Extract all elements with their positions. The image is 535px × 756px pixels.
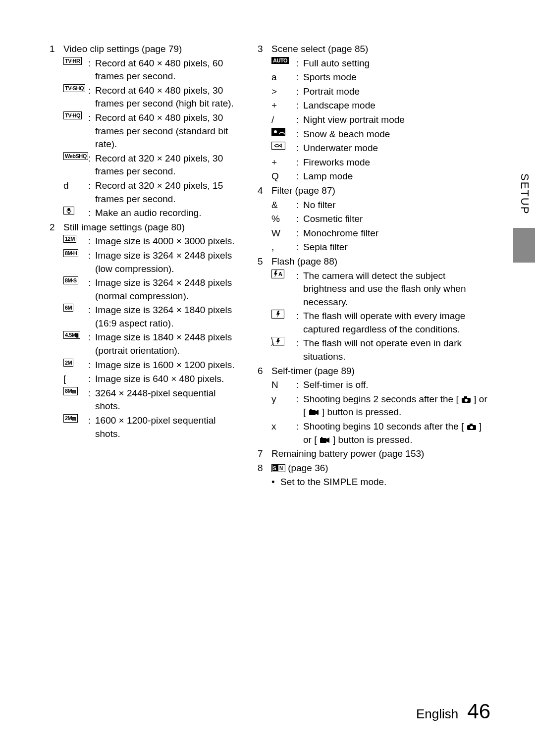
setting-item: 6M : Image size is 3264 × 1840 pixels (1… xyxy=(63,304,243,330)
side-tab-label: SETUP xyxy=(517,173,532,215)
section-heading: 4 Filter (page 87) xyxy=(258,184,490,198)
colon: : xyxy=(88,57,95,70)
setting-item: & : No filter xyxy=(271,199,490,212)
colon: : xyxy=(88,249,95,263)
setting-symbol: / xyxy=(271,113,296,127)
setting-description: Image size is 4000 × 3000 pixels. xyxy=(95,235,243,248)
setting-item: : Make an audio recording. xyxy=(63,207,243,220)
setting-symbol: > xyxy=(271,85,296,99)
side-tab: SETUP xyxy=(513,168,535,268)
setting-symbol: 8M▤ xyxy=(63,387,88,395)
svg-text:S: S xyxy=(273,466,276,471)
bullet-text: Set to the SIMPLE mode. xyxy=(280,476,386,489)
section-title: Video clip settings (page 79) xyxy=(63,43,243,56)
section-number: 3 xyxy=(258,43,271,56)
svg-point-10 xyxy=(465,399,468,402)
colon: : xyxy=(296,170,303,183)
setting-symbol: 2M▤ xyxy=(63,414,88,423)
setting-description: Shooting begins 2 seconds after the [ ] … xyxy=(303,393,490,419)
section-title: Still image settings (page 80) xyxy=(63,221,243,234)
setting-item: : The flash will not operate even in dar… xyxy=(271,337,490,363)
setting-item: TV·HR : Record at 640 × 480 pixels, 60 f… xyxy=(63,57,243,83)
section-number: 7 xyxy=(258,447,271,461)
setting-symbol xyxy=(271,337,296,346)
colon: : xyxy=(296,337,303,350)
setting-symbol: 6M xyxy=(63,304,88,312)
setting-description: Record at 640 × 480 pixels, 30 frames pe… xyxy=(95,111,243,151)
colon: : xyxy=(296,393,303,406)
colon: : xyxy=(296,156,303,169)
colon: : xyxy=(296,213,303,226)
section-number: 5 xyxy=(258,255,271,269)
section-number: 1 xyxy=(50,43,63,56)
setting-symbol: N xyxy=(271,378,296,392)
section-items: N : Self-timer is off. y : Shooting begi… xyxy=(258,378,490,446)
setting-item: W : Monochrome filter xyxy=(271,227,490,240)
section-title: Filter (page 87) xyxy=(271,184,490,198)
setting-item: x : Shooting begins 10 seconds after the… xyxy=(271,420,490,446)
colon: : xyxy=(88,331,95,344)
bullet-icon: • xyxy=(271,476,280,489)
setting-description: Landscape mode xyxy=(303,99,490,112)
setting-symbol: d xyxy=(63,179,88,193)
setting-item: 2M : Image size is 1600 × 1200 pixels. xyxy=(63,359,243,372)
svg-point-3 xyxy=(274,130,277,133)
colon: : xyxy=(296,270,303,283)
colon: : xyxy=(296,310,303,323)
setting-symbol: TV·HQ xyxy=(63,111,88,119)
section-items: 12M : Image size is 4000 × 3000 pixels. … xyxy=(50,235,243,440)
setting-description: Image size is 1840 × 2448 pixels (portra… xyxy=(95,331,243,357)
section-number: 4 xyxy=(258,184,271,198)
setting-description: Fireworks mode xyxy=(303,156,490,169)
colon: : xyxy=(88,179,95,193)
setting-description: Underwater mode xyxy=(303,142,490,155)
setting-description: Cosmetic filter xyxy=(303,213,490,226)
setting-description: Image size is 3264 × 2448 pixels (normal… xyxy=(95,276,243,303)
setting-item: 2M▤ : 1600 × 1200-pixel sequential shots… xyxy=(63,414,243,440)
svg-rect-11 xyxy=(309,410,316,415)
setting-symbol: AUTO xyxy=(271,57,296,64)
setting-item: / : Night view portrait mode xyxy=(271,113,490,127)
svg-text:A: A xyxy=(278,271,282,277)
setting-item: WebSHQ : Record at 320 × 240 pixels, 30 … xyxy=(63,152,243,178)
setting-description: Shooting begins 10 seconds after the [ ]… xyxy=(303,420,490,446)
setting-description: Image size is 3264 × 1840 pixels (16:9 a… xyxy=(95,304,243,330)
setting-symbol: A xyxy=(271,270,296,278)
colon: : xyxy=(296,420,303,433)
colon: : xyxy=(296,71,303,84)
setting-item: N : Self-timer is off. xyxy=(271,378,490,392)
colon: : xyxy=(88,84,95,98)
setting-item: + : Landscape mode xyxy=(271,99,490,112)
footer-page-number: 46 xyxy=(467,697,490,726)
setting-item: d : Record at 320 × 240 pixels, 15 frame… xyxy=(63,179,243,206)
right-column: 3 Scene select (page 85) AUTO : Full aut… xyxy=(258,43,490,489)
setting-description: Sports mode xyxy=(303,71,490,84)
setting-description: Full auto setting xyxy=(303,57,490,70)
setting-symbol: TV·HR xyxy=(63,57,88,65)
left-column: 1 Video clip settings (page 79) TV·HR : … xyxy=(50,43,243,489)
setting-symbol xyxy=(63,207,88,215)
setting-item: 8M▤ : 3264 × 2448-pixel sequential shots… xyxy=(63,387,243,413)
section-items: & : No filter % : Cosmetic filter W : Mo… xyxy=(258,199,490,254)
setting-item: AUTO : Full auto setting xyxy=(271,57,490,70)
setting-item: TV·SHQ : Record at 640 × 480 pixels, 30 … xyxy=(63,84,243,110)
section-items: A : The camera will detect the subject b… xyxy=(258,270,490,364)
svg-rect-16 xyxy=(320,438,326,443)
colon: : xyxy=(296,241,303,254)
section-title: Remaining battery power (page 153) xyxy=(271,447,490,461)
setting-symbol: , xyxy=(271,241,296,254)
svg-rect-14 xyxy=(470,424,473,426)
setting-symbol: 4.5M▮ xyxy=(63,331,88,339)
setting-symbol: + xyxy=(271,156,296,169)
colon: : xyxy=(88,152,95,165)
setting-symbol: + xyxy=(271,99,296,112)
setting-symbol xyxy=(271,310,296,319)
setting-description: Record at 320 × 240 pixels, 15 frames pe… xyxy=(95,179,243,206)
svg-rect-12 xyxy=(310,409,312,411)
setting-item: : Underwater mode xyxy=(271,142,490,155)
colon: : xyxy=(88,111,95,125)
setting-symbol: TV·SHQ xyxy=(63,84,88,92)
setting-description: 3264 × 2448-pixel sequential shots. xyxy=(95,387,243,413)
section-heading: 6 Self-timer (page 89) xyxy=(258,365,490,378)
setting-description: The flash will operate with every image … xyxy=(303,310,490,336)
